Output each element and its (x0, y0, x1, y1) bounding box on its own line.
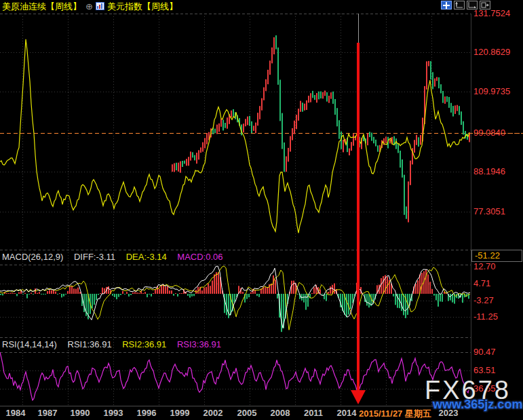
rsi2-value: RSI2:36.91 (122, 339, 166, 349)
chart-canvas[interactable] (0, 0, 523, 420)
macd-label-row: MACD(26,12,9) DIFF:-3.11 DEA:-3.14 MACD:… (2, 252, 231, 262)
current-price-dash (471, 133, 523, 134)
crosshair-date-label: 2015/11/27 星期五 (359, 408, 431, 420)
chart-toolbar (441, 1, 490, 9)
overlay-link-icon: ⊕ (85, 1, 93, 12)
macd-macd-value: MACD:0.06 (177, 252, 222, 262)
rsi3-value: RSI3:36.91 (177, 339, 221, 349)
pan-right-icon[interactable] (480, 1, 490, 9)
crosshair-arrow (351, 390, 366, 404)
site-watermark: www.365jz.com (433, 398, 522, 412)
macd-diff-value: DIFF:-3.11 (74, 252, 115, 262)
crosshair-vertical-line (357, 43, 360, 390)
rsi-label-row: RSI(14,14,14) RSI1:36.91 RSI2:36.91 RSI3… (2, 339, 229, 349)
overlay-symbol-label[interactable]: 美元指数【周线】 (107, 1, 178, 13)
chart-application-window: 美原油连续【周线】 ⊕ 美元指数【周线】 MACD(26,12,9) DIFF:… (0, 0, 523, 420)
mini-chart-icon (96, 1, 104, 13)
macd-indicator-label: MACD(26,12,9) (2, 252, 63, 262)
rsi1-value: RSI1:36.91 (68, 339, 112, 349)
main-panel-lower-bound-label: -51.22 (471, 250, 522, 262)
rsi-indicator-label: RSI(14,14,14) (2, 339, 57, 349)
crosshair-icon[interactable] (441, 1, 452, 9)
primary-symbol-label[interactable]: 美原油连续【周线】 (2, 1, 81, 13)
x-axis-scale-icon[interactable] (467, 1, 478, 9)
y-axis-scale-icon[interactable] (454, 1, 465, 9)
macd-dea-value: DEA:-3.14 (126, 252, 167, 262)
